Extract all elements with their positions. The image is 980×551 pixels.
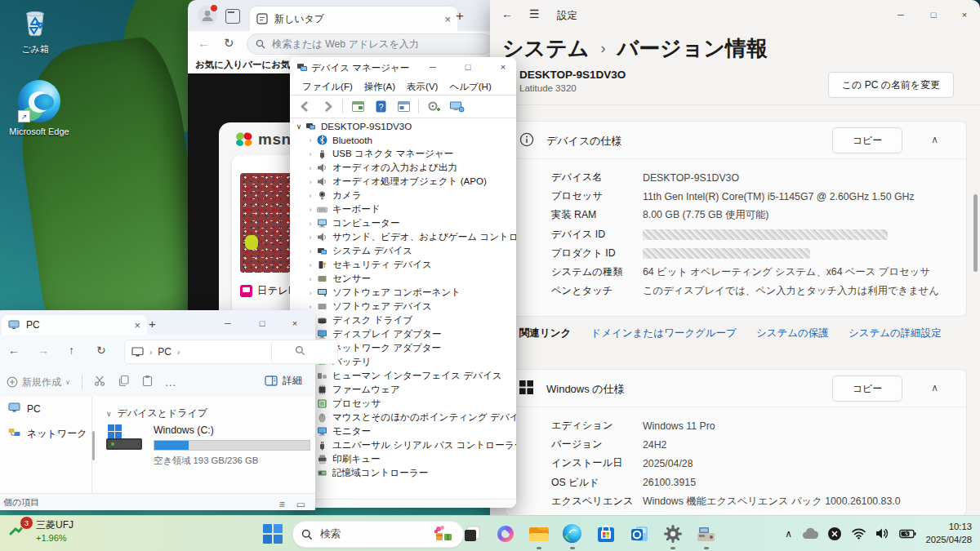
explorer-tab[interactable]: PC ×: [2, 315, 147, 335]
details-pane-toggle[interactable]: 詳細: [265, 374, 302, 388]
dm-tree-item[interactable]: ›モニター: [290, 424, 516, 438]
tab-close-icon[interactable]: ×: [134, 320, 140, 331]
copy-icon[interactable]: [118, 375, 130, 389]
taskbar-edge-icon[interactable]: [555, 516, 589, 551]
maximize-button[interactable]: □: [252, 313, 273, 333]
recycle-bin-shortcut[interactable]: ごみ箱: [0, 7, 70, 56]
related-link[interactable]: ドメインまたはワークグループ: [590, 327, 737, 340]
dm-tree-item[interactable]: ›システム デバイス: [290, 244, 516, 258]
close-button[interactable]: ×: [954, 5, 975, 24]
related-link[interactable]: システムの保護: [756, 327, 829, 340]
dm-tree-item[interactable]: ›オーディオ処理オブジェクト (APO): [290, 175, 516, 189]
dm-tree-item[interactable]: ›ソフトウェア デバイス: [290, 300, 516, 313]
dm-tree-item[interactable]: ›サウンド、ビデオ、およびゲーム コントローラー: [290, 230, 516, 244]
tab-close-icon[interactable]: ×: [444, 14, 451, 24]
dm-tree-item[interactable]: ›センサー: [290, 272, 516, 286]
new-item-button[interactable]: 新規作成 ∨: [7, 375, 70, 389]
properties-icon[interactable]: [395, 98, 412, 114]
dm-tree-item[interactable]: ›プロセッサ: [290, 397, 516, 411]
dm-tree-item[interactable]: ›ヒューマン インターフェイス デバイス: [290, 369, 516, 383]
edge-desktop-shortcut[interactable]: ↗ Microsoft Edge: [4, 80, 74, 136]
expand-chevron-icon[interactable]: ›: [306, 178, 314, 186]
back-icon[interactable]: ←: [501, 7, 513, 20]
copy-button[interactable]: コピー: [832, 127, 902, 153]
dm-tree-root[interactable]: ∨DESKTOP-9S1DV3O: [290, 119, 516, 133]
onedrive-icon[interactable]: [801, 527, 818, 540]
copy-button[interactable]: コピー: [832, 375, 902, 402]
browser-tab[interactable]: 新しいタブ ×: [250, 7, 457, 31]
large-icons-view-toggle[interactable]: ▭: [296, 496, 305, 513]
paste-icon[interactable]: [141, 375, 154, 389]
explorer-search-box[interactable]: [271, 340, 338, 364]
address-bar[interactable]: 検索または Web アドレスを入力: [247, 33, 493, 55]
menu-help[interactable]: ヘルプ(H): [443, 81, 497, 93]
dm-tree-item[interactable]: ›Bluetooth: [290, 133, 516, 147]
dm-tree-item[interactable]: ›コンピューター: [290, 216, 516, 230]
breadcrumb[interactable]: › PC ›: [124, 340, 279, 364]
more-options-button[interactable]: …: [165, 375, 177, 389]
expand-chevron-icon[interactable]: ›: [306, 220, 314, 228]
remote-icon[interactable]: [448, 98, 465, 114]
dm-tree-item[interactable]: ›ディスク ドライブ: [290, 313, 516, 327]
new-tab-button[interactable]: +: [456, 8, 464, 24]
show-icon[interactable]: [350, 98, 366, 114]
dm-tree-item[interactable]: ›カメラ: [290, 189, 516, 202]
menu-view[interactable]: 表示(V): [401, 81, 443, 93]
expand-chevron-icon[interactable]: ›: [306, 275, 314, 283]
maximize-button[interactable]: □: [457, 57, 479, 77]
back-icon[interactable]: ←: [198, 36, 210, 50]
minimize-button[interactable]: ─: [890, 5, 911, 24]
expand-chevron-icon[interactable]: ›: [306, 164, 314, 172]
taskbar-file-explorer-icon[interactable]: [522, 516, 555, 551]
close-button[interactable]: ×: [284, 313, 305, 333]
windows-spec-header[interactable]: Windows の仕様 コピー ∧: [506, 370, 966, 407]
sidebar-scrollbar-thumb[interactable]: [92, 431, 95, 460]
cut-icon[interactable]: [94, 375, 106, 389]
dm-tree-item[interactable]: ›マウスとそのほかのポインティング デバイス: [290, 411, 516, 424]
expand-chevron-icon[interactable]: ›: [306, 261, 314, 269]
dm-tree-item[interactable]: ›セキュリティ デバイス: [290, 258, 516, 272]
dm-tree-item[interactable]: ›USB コネクタ マネージャー: [290, 147, 516, 161]
back-icon[interactable]: ←: [8, 344, 20, 357]
refresh-icon[interactable]: ↻: [224, 36, 234, 51]
forward-icon[interactable]: →: [38, 344, 49, 357]
new-tab-button[interactable]: +: [149, 317, 156, 331]
forward-icon[interactable]: [319, 98, 336, 114]
profile-avatar[interactable]: [198, 6, 217, 25]
scan-hardware-icon[interactable]: [425, 98, 442, 114]
taskbar-clock[interactable]: 10:13 2025/04/28: [925, 520, 972, 547]
chevron-up-icon[interactable]: ∧: [931, 134, 938, 145]
taskbar-outlook-icon[interactable]: [622, 516, 656, 551]
breadcrumb-item[interactable]: PC: [158, 346, 172, 358]
dm-tree-item[interactable]: ›ユニバーサル シリアル バス コントローラー: [290, 438, 516, 452]
devices-drives-section-header[interactable]: ∨ デバイスとドライブ: [106, 407, 315, 420]
dm-tree-item[interactable]: ›オーディオの入力および出力: [290, 161, 516, 175]
expand-chevron-icon[interactable]: ›: [306, 303, 314, 311]
taskbar-settings-gear-icon[interactable]: [656, 516, 689, 551]
expand-chevron-icon[interactable]: ›: [306, 150, 314, 158]
dm-tree-item[interactable]: ›キーボード: [290, 202, 516, 216]
widgets-button[interactable]: 3 三菱UFJ +1.96%: [8, 519, 74, 544]
minimize-button[interactable]: ─: [217, 313, 238, 333]
minimize-button[interactable]: ─: [422, 57, 443, 77]
sidebar-item-ネットワーク[interactable]: ネットワーク: [0, 421, 91, 447]
close-button[interactable]: ×: [492, 57, 514, 77]
expand-chevron-icon[interactable]: ›: [306, 206, 314, 214]
dm-tree-item[interactable]: ›印刷キュー: [290, 452, 516, 466]
breadcrumb-section[interactable]: システム: [502, 34, 589, 63]
list-view-toggle[interactable]: ≡: [279, 496, 285, 513]
battery-icon[interactable]: [899, 529, 916, 539]
help-icon[interactable]: ?: [372, 98, 389, 114]
start-button[interactable]: [260, 522, 286, 546]
wifi-icon[interactable]: [851, 527, 866, 540]
sidebar-item-PC[interactable]: PC: [0, 397, 91, 421]
expand-chevron-icon[interactable]: ›: [306, 247, 314, 256]
refresh-icon[interactable]: ↻: [96, 344, 106, 357]
device-spec-header[interactable]: デバイスの仕様 コピー ∧: [506, 122, 966, 159]
expand-chevron-icon[interactable]: ›: [306, 289, 314, 297]
tray-chevron-icon[interactable]: ∧: [785, 528, 792, 540]
expand-chevron-icon[interactable]: ›: [306, 233, 314, 242]
dm-tree-item[interactable]: ›ソフトウェア コンポーネント: [290, 286, 516, 300]
hamburger-menu-icon[interactable]: ☰: [529, 7, 540, 20]
taskbar-task-view-icon[interactable]: [455, 516, 488, 551]
